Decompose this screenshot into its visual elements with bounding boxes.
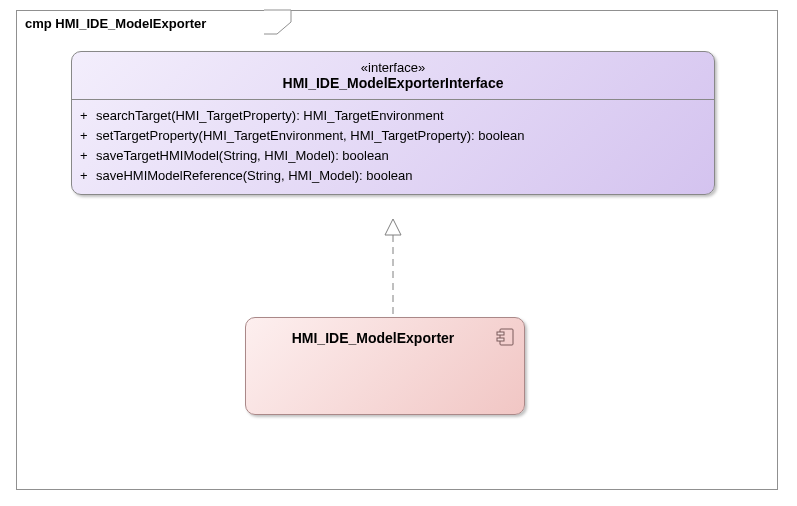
interface-header: «interface» HMI_IDE_ModelExporterInterfa… bbox=[72, 52, 714, 100]
operation-signature: saveHMIModelReference(String, HMI_Model)… bbox=[96, 166, 706, 186]
realization-connector bbox=[383, 217, 403, 319]
operation-signature: setTargetProperty(HMI_TargetEnvironment,… bbox=[96, 126, 706, 146]
component-classifier[interactable]: HMI_IDE_ModelExporter bbox=[245, 317, 525, 415]
operation-row: + setTargetProperty(HMI_TargetEnvironmen… bbox=[80, 126, 706, 146]
operation-signature: searchTarget(HMI_TargetProperty): HMI_Ta… bbox=[96, 106, 706, 126]
operation-row: + saveHMIModelReference(String, HMI_Mode… bbox=[80, 166, 706, 186]
operation-row: + searchTarget(HMI_TargetProperty): HMI_… bbox=[80, 106, 706, 126]
component-icon bbox=[496, 328, 514, 346]
svg-marker-0 bbox=[385, 219, 401, 235]
diagram-frame: cmp HMI_IDE_ModelExporter «interface» HM… bbox=[16, 10, 778, 490]
operation-visibility: + bbox=[80, 126, 96, 146]
frame-tab-corner bbox=[263, 10, 293, 34]
operation-visibility: + bbox=[80, 166, 96, 186]
frame-title: cmp HMI_IDE_ModelExporter bbox=[25, 16, 206, 31]
interface-stereotype: «interface» bbox=[76, 60, 710, 75]
operation-visibility: + bbox=[80, 106, 96, 126]
component-name: HMI_IDE_ModelExporter bbox=[246, 318, 524, 346]
interface-classifier[interactable]: «interface» HMI_IDE_ModelExporterInterfa… bbox=[71, 51, 715, 195]
operation-visibility: + bbox=[80, 146, 96, 166]
frame-tab: cmp HMI_IDE_ModelExporter bbox=[16, 10, 265, 35]
interface-name: HMI_IDE_ModelExporterInterface bbox=[76, 75, 710, 91]
svg-rect-4 bbox=[497, 338, 504, 341]
operation-signature: saveTargetHMIModel(String, HMI_Model): b… bbox=[96, 146, 706, 166]
svg-rect-2 bbox=[500, 329, 513, 345]
operations-compartment: + searchTarget(HMI_TargetProperty): HMI_… bbox=[72, 100, 714, 194]
svg-rect-3 bbox=[497, 332, 504, 335]
diagram-canvas: cmp HMI_IDE_ModelExporter «interface» HM… bbox=[0, 0, 797, 506]
operation-row: + saveTargetHMIModel(String, HMI_Model):… bbox=[80, 146, 706, 166]
